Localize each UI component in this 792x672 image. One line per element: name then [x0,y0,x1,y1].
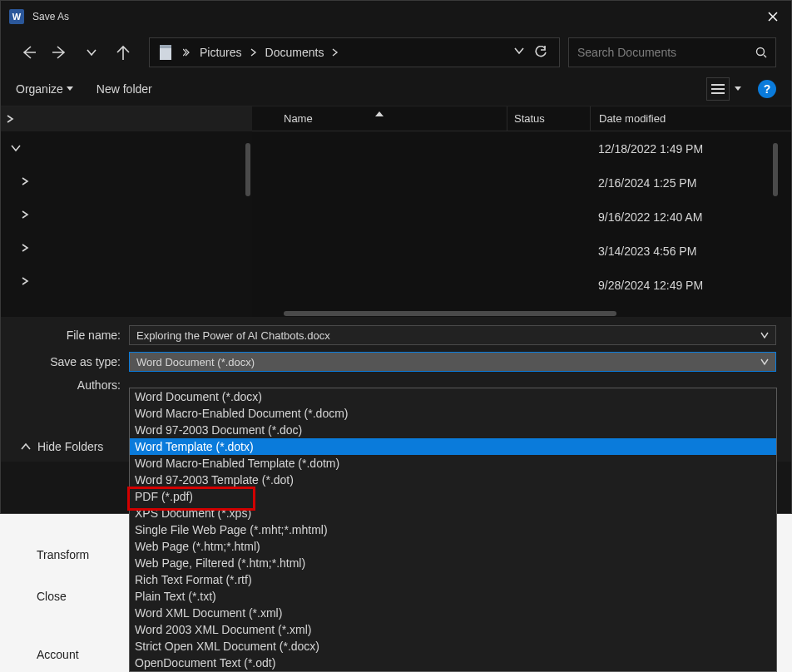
column-date[interactable]: Date modified [590,106,791,131]
nav-row: Pictures Documents Searc [1,32,791,72]
nav-forward-button[interactable] [47,40,72,65]
chevron-right-icon [21,277,29,285]
dropdown-option[interactable]: Word 97-2003 Document (*.doc) [130,422,776,438]
view-dropdown-button[interactable] [730,77,746,101]
svg-line-5 [764,55,766,57]
file-name-input[interactable]: Exploring the Power of AI Chatbots.docx [129,325,776,345]
caret-down-icon [67,86,73,92]
main-area: Name Status Date modified 12/18/2022 1:4… [1,106,791,317]
help-button[interactable]: ? [758,80,776,98]
column-status[interactable]: Status [507,106,590,131]
folder-icon [156,42,175,63]
arrow-right-icon [52,45,67,60]
chevron-down-icon [87,47,97,57]
dropdown-option[interactable]: Plain Text (*.txt) [130,588,776,605]
authors-label: Authors: [16,378,129,392]
file-h-scrollbar[interactable] [284,311,616,316]
close-button[interactable] [754,1,791,32]
addr-dropdown-button[interactable] [514,46,524,59]
refresh-button[interactable] [534,46,547,59]
backstage-transform[interactable]: Transform [0,534,130,576]
hide-folders-label: Hide Folders [37,440,103,453]
file-row[interactable]: 2/16/2024 1:25 PM [252,166,791,200]
nav-recent-button[interactable] [79,40,104,65]
chevron-down-icon[interactable] [760,358,769,366]
breadcrumb-overflow-icon[interactable] [183,48,191,57]
dropdown-option[interactable]: XPS Document (*.xps) [130,505,776,521]
nav-back-button[interactable] [16,40,41,65]
dropdown-option[interactable]: PDF (*.pdf) [130,488,776,505]
dropdown-option[interactable]: Word 2003 XML Document (*.xml) [130,621,776,638]
refresh-icon [534,46,547,59]
titlebar: W Save As [1,1,791,32]
save-type-dropdown[interactable]: Word Document (*.docx) [129,352,776,372]
tree-item[interactable] [1,264,252,298]
tree-item[interactable] [1,165,252,198]
tree-item[interactable] [1,131,252,165]
close-icon [768,12,778,22]
new-folder-button[interactable]: New folder [97,82,152,96]
chevron-up-icon [21,442,31,452]
file-date-cell: 2/16/2024 1:25 PM [590,176,791,190]
dropdown-option[interactable]: Web Page (*.htm;*.html) [130,538,776,555]
tree-item[interactable] [1,198,252,231]
file-date-cell: 9/28/2024 12:49 PM [590,279,791,292]
breadcrumb-documents[interactable]: Documents [260,46,329,59]
search-icon [755,47,767,58]
dropdown-option[interactable]: Single File Web Page (*.mht;*.mhtml) [130,521,776,538]
dropdown-option[interactable]: Rich Text Format (*.rtf) [130,571,776,588]
file-row[interactable]: 3/14/2023 4:56 PM [252,234,791,268]
chevron-down-icon [11,143,21,153]
search-placeholder: Search Documents [577,46,676,59]
chevron-right-icon [21,177,29,185]
sort-ascending-icon [375,111,384,116]
backstage-close[interactable]: Close [0,576,130,617]
dropdown-option[interactable]: Word 97-2003 Template (*.dot) [130,472,776,488]
arrow-left-icon [21,45,36,60]
file-date-cell: 9/16/2022 12:40 AM [590,210,791,224]
svg-rect-7 [711,88,725,90]
caret-down-icon [735,86,741,92]
backstage-panel: Transform Close Account [0,514,130,672]
dropdown-option[interactable]: Web Page, Filtered (*.htm;*.html) [130,555,776,571]
folder-tree[interactable] [1,106,252,317]
new-folder-label: New folder [97,82,152,96]
organize-button[interactable]: Organize [16,82,73,96]
svg-rect-3 [160,45,171,48]
dialog-title: Save As [32,11,754,22]
backstage-account[interactable]: Account [0,634,130,672]
view-button[interactable] [706,77,730,101]
dropdown-option[interactable]: Word Document (*.docx) [130,388,776,405]
address-bar[interactable]: Pictures Documents [149,37,560,67]
chevron-right-icon [329,48,342,57]
word-app-icon: W [9,9,24,24]
dropdown-option[interactable]: Word Macro-Enabled Template (*.dotm) [130,455,776,472]
file-row[interactable]: 9/28/2024 12:49 PM [252,268,791,302]
column-name-label: Name [284,112,313,125]
dropdown-option[interactable]: Word Macro-Enabled Document (*.docm) [130,405,776,422]
search-input[interactable]: Search Documents [568,37,776,67]
dropdown-option[interactable]: OpenDocument Text (*.odt) [130,655,776,671]
tree-scrollbar[interactable] [245,143,250,196]
svg-rect-6 [711,84,725,86]
save-type-dropdown-list[interactable]: Word Document (*.docx)Word Macro-Enabled… [129,388,777,672]
chevron-down-icon[interactable] [760,331,769,339]
list-view-icon [711,84,725,94]
toolbar: Organize New folder ? [1,72,791,106]
dropdown-option[interactable]: Word Template (*.dotx) [130,438,776,455]
dropdown-option[interactable]: Word XML Document (*.xml) [130,605,776,621]
breadcrumb-pictures[interactable]: Pictures [195,46,247,59]
chevron-right-icon [21,210,29,219]
file-list[interactable]: Name Status Date modified 12/18/2022 1:4… [252,106,791,317]
save-type-value: Word Document (*.docx) [136,356,255,368]
nav-up-button[interactable] [111,40,136,65]
svg-rect-8 [711,92,725,94]
column-name[interactable]: Name [252,112,507,125]
dropdown-option[interactable]: Strict Open XML Document (*.docx) [130,638,776,655]
chevron-right-icon[interactable] [6,115,14,123]
file-v-scrollbar[interactable] [773,143,778,196]
file-row[interactable]: 9/16/2022 12:40 AM [252,200,791,234]
file-row[interactable]: 12/18/2022 1:49 PM [252,131,791,166]
tree-item[interactable] [1,231,252,264]
svg-point-4 [757,48,765,56]
